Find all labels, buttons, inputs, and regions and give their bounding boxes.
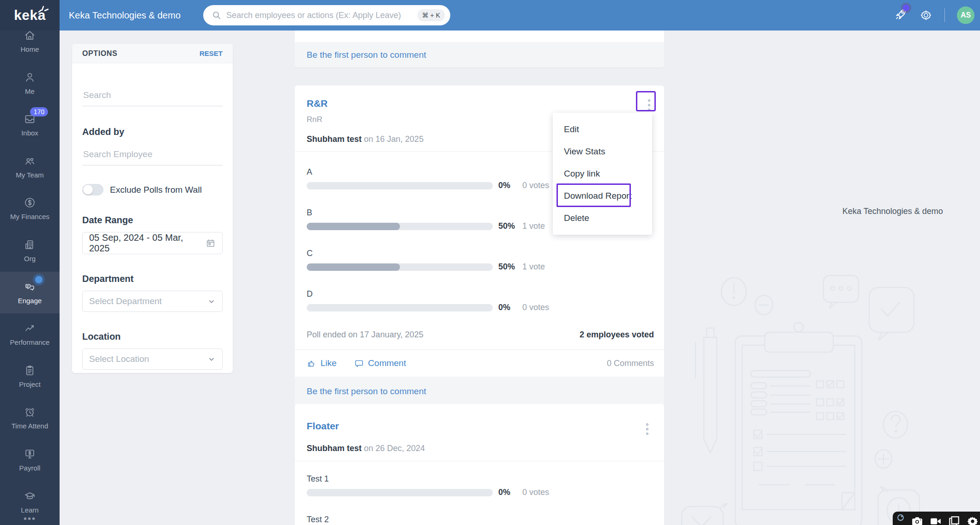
menu-item[interactable]: Copy link bbox=[553, 163, 652, 185]
comments-count: 0 Comments bbox=[607, 359, 654, 368]
search-icon bbox=[212, 10, 222, 20]
poll-option-percent: 50% bbox=[498, 221, 518, 231]
camera-icon[interactable] bbox=[911, 515, 923, 525]
sidebar-item-me[interactable]: Me bbox=[0, 62, 60, 104]
sidebar-item-my-team[interactable]: My Team bbox=[0, 146, 60, 188]
engage-icon bbox=[24, 281, 36, 293]
poll-option-bar bbox=[307, 182, 493, 189]
poll-date: on 26 Dec, 2024 bbox=[364, 444, 425, 453]
sidebar-item-label: Time Attend bbox=[12, 422, 48, 430]
sidebar-item-my-finances[interactable]: My Finances bbox=[0, 188, 60, 229]
sidebar-item-label: Learn bbox=[21, 506, 38, 514]
poll-option-label: Test 2 bbox=[307, 515, 654, 525]
poll-option-votes: 1 vote bbox=[522, 221, 545, 231]
sidebar-nav: ••• Home Me 170 Inbox My Team My Finance… bbox=[0, 31, 60, 525]
settings-gear-icon[interactable] bbox=[920, 9, 932, 22]
poll-option-percent: 50% bbox=[498, 262, 518, 272]
menu-item[interactable]: View Stats bbox=[553, 140, 652, 163]
payroll-icon bbox=[24, 448, 36, 460]
extension-logo-icon[interactable] bbox=[896, 513, 905, 522]
background-illustration bbox=[670, 259, 980, 525]
sidebar-item-learn[interactable]: Learn bbox=[0, 481, 60, 523]
poll-option-votes: 1 vote bbox=[522, 262, 545, 272]
sidebar-item-label: My Team bbox=[16, 171, 44, 179]
whats-new-button[interactable] bbox=[894, 7, 907, 23]
user-avatar[interactable]: AS bbox=[957, 6, 974, 24]
global-search[interactable]: ⌘ + K bbox=[203, 5, 450, 25]
poll-option-percent: 0% bbox=[498, 181, 518, 190]
calendar-icon bbox=[206, 238, 216, 248]
sidebar-item-time-attend[interactable]: Time Attend bbox=[0, 397, 60, 439]
sidebar-item-project[interactable]: Project bbox=[0, 355, 60, 397]
toolbar-gear-icon[interactable] bbox=[967, 515, 979, 525]
sidebar-item-org[interactable]: Org bbox=[0, 230, 60, 271]
date-range-label: Date Range bbox=[82, 215, 223, 226]
poll-voted-count[interactable]: 2 employees voted bbox=[580, 330, 654, 340]
poll-menu-button[interactable] bbox=[644, 421, 650, 437]
comment-prompt-link[interactable]: Be the first person to comment bbox=[307, 50, 426, 60]
poll-option-label: D bbox=[307, 289, 654, 299]
added-by-label: Added by bbox=[82, 127, 223, 137]
company-watermark: Keka Technologies & demo bbox=[842, 207, 943, 216]
sidebar-item-label: My Finances bbox=[10, 213, 49, 220]
date-range-picker[interactable]: 05 Sep, 2024 - 05 Mar, 2025 bbox=[82, 232, 223, 254]
poll-option-bar bbox=[307, 304, 493, 311]
poll-option-label: C bbox=[307, 249, 654, 258]
menu-item[interactable]: Download Report bbox=[553, 185, 652, 207]
poll-card-floater: Floater Shubham test on 26 Dec, 2024 Tes… bbox=[295, 404, 664, 525]
org-name: Keka Technologies & demo bbox=[69, 10, 181, 21]
comment-prompt-link[interactable]: Be the first person to comment bbox=[307, 386, 426, 397]
sidebar-item-home[interactable]: Home bbox=[0, 31, 60, 62]
chevron-down-icon bbox=[207, 297, 216, 305]
layers-copy-icon[interactable] bbox=[948, 515, 960, 525]
learn-icon bbox=[24, 490, 36, 502]
logo-spark-icon bbox=[37, 5, 49, 15]
topbar-divider bbox=[944, 8, 945, 22]
like-button[interactable]: Like bbox=[307, 358, 337, 368]
poll-option-label: Test 1 bbox=[307, 474, 654, 484]
menu-item[interactable]: Delete bbox=[553, 207, 652, 229]
chevron-down-icon bbox=[207, 355, 216, 363]
exclude-polls-toggle[interactable] bbox=[82, 184, 103, 195]
sidebar-item-label: Org bbox=[24, 255, 36, 262]
sidebar-item-inbox[interactable]: 170 Inbox bbox=[0, 104, 60, 146]
exclude-polls-label: Exclude Polls from Wall bbox=[110, 185, 202, 195]
poll-ended-text: Poll ended on 17 January, 2025 bbox=[307, 330, 423, 340]
engage-notification-dot bbox=[35, 276, 42, 283]
sidebar-item-label: Performance bbox=[10, 338, 50, 346]
poll-author[interactable]: Shubham test bbox=[307, 444, 362, 453]
poll-option-votes: 0 votes bbox=[522, 488, 549, 497]
employee-search-input[interactable] bbox=[82, 146, 223, 165]
global-search-input[interactable] bbox=[226, 11, 417, 20]
search-shortcut-badge: ⌘ + K bbox=[417, 9, 445, 21]
sidebar-item-label: Home bbox=[20, 45, 39, 53]
sidebar-item-label: Inbox bbox=[21, 129, 38, 137]
poll-option-row[interactable]: Test 2 bbox=[307, 515, 654, 525]
poll-option-row[interactable]: Test 1 0% 0 votes bbox=[307, 474, 654, 497]
comment-label: Comment bbox=[368, 358, 406, 368]
reset-button[interactable]: RESET bbox=[200, 49, 223, 57]
poll-author[interactable]: Shubham test bbox=[307, 134, 362, 144]
poll-title[interactable]: R&R bbox=[307, 85, 654, 109]
poll-option-row[interactable]: D 0% 0 votes bbox=[307, 289, 654, 312]
location-placeholder: Select Location bbox=[89, 354, 149, 364]
sidebar-item-label: Payroll bbox=[19, 464, 41, 472]
poll-context-menu: EditView StatsCopy linkDownload ReportDe… bbox=[553, 113, 652, 235]
video-record-icon[interactable] bbox=[930, 515, 942, 525]
user-icon bbox=[24, 71, 36, 84]
poll-option-row[interactable]: C 50% 1 vote bbox=[307, 249, 654, 272]
menu-item[interactable]: Edit bbox=[553, 118, 652, 140]
keka-logo[interactable]: keka bbox=[0, 0, 60, 31]
poll-option-votes: 0 votes bbox=[522, 303, 549, 312]
sidebar-item-engage[interactable]: Engage bbox=[0, 272, 60, 313]
filter-search-input[interactable] bbox=[82, 86, 223, 106]
sidebar-item-payroll[interactable]: Payroll bbox=[0, 439, 60, 481]
poll-menu-button[interactable] bbox=[646, 98, 652, 113]
department-select[interactable]: Select Department bbox=[82, 291, 223, 312]
sidebar-item-performance[interactable]: Performance bbox=[0, 313, 60, 355]
comment-button[interactable]: Comment bbox=[354, 358, 406, 368]
sidebar-item-label: Me bbox=[25, 87, 35, 95]
location-select[interactable]: Select Location bbox=[82, 348, 223, 370]
poll-option-bar bbox=[307, 263, 493, 271]
poll-title[interactable]: Floater bbox=[307, 404, 654, 432]
